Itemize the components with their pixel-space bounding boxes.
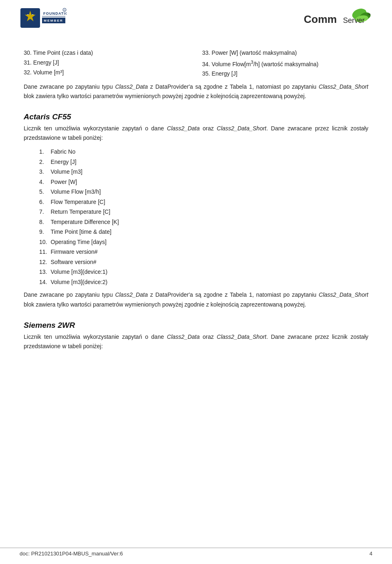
opc-logo: OPC FOUNDATION MEMBER ® bbox=[20, 7, 67, 37]
svg-text:MEMBER: MEMBER bbox=[44, 19, 63, 22]
svg-text:®: ® bbox=[64, 9, 65, 11]
commserver-logo: Comm Server ™ bbox=[303, 7, 372, 32]
siemens-description: Licznik ten umożliwia wykorzystanie zapy… bbox=[24, 332, 368, 351]
list-item-33: 33. Power [W] (wartość maksymalna) bbox=[202, 48, 368, 58]
list-item-31: 31. Energy [J] bbox=[24, 58, 190, 68]
list-item: 7. Return Temperature [C] bbox=[39, 207, 368, 217]
list-item-34: 34. Volume Flow[m3/h] (wartość maksymaln… bbox=[202, 58, 368, 69]
footer-doc: doc: PR21021301P04-MBUS_manual/Ver:6 bbox=[20, 551, 123, 557]
svg-text:FOUNDATION: FOUNDATION bbox=[43, 11, 67, 16]
list-item: 5. Volume Flow [m3/h] bbox=[39, 187, 368, 197]
footer: doc: PR21021301P04-MBUS_manual/Ver:6 4 bbox=[0, 548, 392, 557]
list-item: 14. Volume [m3](device:2) bbox=[39, 277, 368, 287]
actaris-footer-paragraph: Dane zwracane po zapytaniu typu Class2_D… bbox=[24, 290, 368, 309]
logo-right: Comm Server ™ bbox=[303, 7, 372, 32]
list-item: 12. Software version# bbox=[39, 257, 368, 267]
header: OPC FOUNDATION MEMBER ® bbox=[0, 0, 392, 41]
list-item-32: 32. Volume [m³] bbox=[24, 68, 190, 78]
list-item-30: 30. Time Point (czas i data) bbox=[24, 48, 190, 58]
svg-text:Server: Server bbox=[343, 16, 365, 25]
list-item: 4. Power [W] bbox=[39, 177, 368, 187]
list-item: 1. Fabric No bbox=[39, 147, 368, 157]
list-item: 13. Volume [m3](device:1) bbox=[39, 267, 368, 277]
footer-page: 4 bbox=[370, 551, 372, 557]
siemens-heading: Siemens 2WR bbox=[24, 321, 368, 330]
list-item: 10. Operating Time [days] bbox=[39, 237, 368, 247]
actaris-heading: Actaris CF55 bbox=[24, 112, 368, 121]
list-item: 6. Flow Temperature [C] bbox=[39, 197, 368, 207]
list-item: 11. Firmware version# bbox=[39, 247, 368, 257]
list-item-temperature-difference: 8. Temperature Difference [K] bbox=[39, 217, 368, 227]
list-item-35: 35. Energy [J] bbox=[202, 69, 368, 79]
actaris-description: Licznik ten umożliwia wykorzystanie zapy… bbox=[24, 124, 368, 143]
page: OPC FOUNDATION MEMBER ® bbox=[0, 0, 392, 564]
top-numbered-list: 30. Time Point (czas i data) 31. Energy … bbox=[24, 48, 368, 79]
actaris-section: Actaris CF55 Licznik ten umożliwia wykor… bbox=[24, 112, 368, 309]
list-item: 2. Energy [J] bbox=[39, 157, 368, 167]
svg-text:Comm: Comm bbox=[304, 13, 337, 25]
intro-paragraph: Dane zwracane po zapytaniu typu Class2_D… bbox=[24, 82, 368, 101]
list-item: 3. Volume [m3] bbox=[39, 167, 368, 177]
svg-text:™: ™ bbox=[367, 13, 371, 17]
actaris-list: 1. Fabric No 2. Energy [J] 3. Volume [m3… bbox=[39, 147, 368, 287]
main-content: 30. Time Point (czas i data) 31. Energy … bbox=[0, 41, 392, 380]
list-item: 9. Time Point [time & date] bbox=[39, 227, 368, 237]
siemens-section: Siemens 2WR Licznik ten umożliwia wykorz… bbox=[24, 321, 368, 351]
top-list-right: 33. Power [W] (wartość maksymalna) 34. V… bbox=[202, 48, 368, 79]
top-list-left: 30. Time Point (czas i data) 31. Energy … bbox=[24, 48, 190, 79]
logo-left: OPC FOUNDATION MEMBER ® bbox=[20, 7, 67, 37]
